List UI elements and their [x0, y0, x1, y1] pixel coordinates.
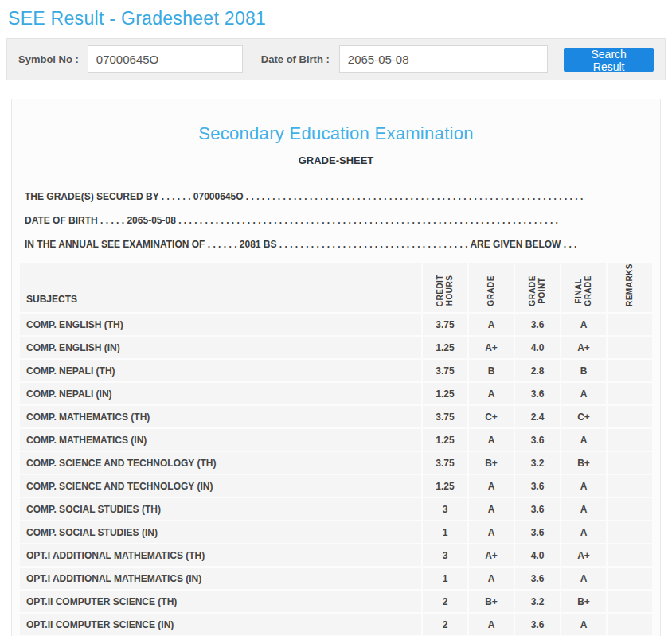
grade-cell: A+ — [469, 337, 514, 358]
grade-cell: A — [469, 383, 514, 404]
remarks-cell — [608, 314, 652, 335]
dob-input[interactable] — [339, 45, 549, 73]
credit-hours-header-label: CREDIT HOURS — [436, 275, 455, 306]
remarks-cell — [608, 544, 652, 566]
table-row: COMP. NEPALI (IN) 1.25 A 3.6 A — [20, 383, 652, 404]
grade-cell: A — [469, 314, 514, 335]
grade-cell: B — [469, 360, 514, 381]
table-row: COMP. MATHEMATICS (IN) 1.25 A 3.6 A — [20, 429, 652, 451]
table-row: OPT.I ADDITIONAL MATHEMATICS (IN) 1 A 3.… — [20, 568, 652, 589]
credit-hours-cell: 1.25 — [423, 383, 467, 404]
final-grade-cell: A — [561, 614, 606, 635]
final-grade-cell: A — [561, 498, 606, 520]
subject-cell: COMP. SCIENCE AND TECHNOLOGY (IN) — [20, 475, 421, 497]
credit-hours-cell: 1 — [423, 568, 467, 589]
remarks-cell — [608, 452, 652, 474]
symbol-no-label: Symbol No : — [18, 53, 79, 65]
remarks-cell — [608, 337, 652, 358]
grade-point-cell: 3.6 — [515, 498, 560, 520]
subject-cell: COMP. MATHEMATICS (TH) — [20, 406, 421, 427]
subject-cell: COMP. ENGLISH (IN) — [20, 337, 421, 358]
search-result-button[interactable]: Search Result — [564, 48, 654, 72]
table-row: OPT.II COMPUTER SCIENCE (TH) 2 B+ 3.2 B+ — [20, 591, 652, 612]
table-row: COMP. SCIENCE AND TECHNOLOGY (IN) 1.25 A… — [20, 475, 652, 497]
grade-point-cell: 2.8 — [515, 360, 560, 381]
credit-hours-cell: 1.25 — [423, 475, 467, 497]
grade-header-label: GRADE — [486, 275, 496, 306]
final-grade-cell: A — [561, 475, 606, 497]
table-header-row: SUBJECTS CREDIT HOURS GRADE GRADE POINT … — [20, 263, 652, 312]
table-row: COMP. SOCIAL STUDIES (TH) 3 A 3.6 A — [20, 498, 652, 520]
grade-cell: A — [469, 521, 514, 543]
subject-cell: COMP. SOCIAL STUDIES (TH) — [20, 498, 421, 520]
final-grade-header-label: FINAL GRADE — [574, 275, 593, 306]
subject-cell: COMP. NEPALI (TH) — [20, 360, 421, 381]
final-grade-cell: A — [561, 314, 606, 335]
exam-year-line: IN THE ANNUAL SEE EXAMINATION OF . . . .… — [25, 232, 610, 256]
grade-cell: A — [469, 429, 514, 451]
search-bar: Symbol No : Date of Birth : Search Resul… — [6, 38, 666, 80]
grade-cell: C+ — [469, 406, 514, 427]
subjects-column-header: SUBJECTS — [20, 263, 421, 312]
remarks-cell — [608, 383, 652, 404]
remarks-cell — [608, 498, 652, 520]
remarks-cell — [608, 475, 652, 497]
final-grade-column-header: FINAL GRADE — [561, 263, 606, 312]
subject-cell: COMP. SOCIAL STUDIES (IN) — [20, 521, 421, 543]
credit-hours-cell: 3 — [423, 544, 467, 566]
grade-column-header: GRADE — [469, 263, 514, 312]
info-lines: THE GRADE(S) SECURED BY . . . . . . 0700… — [25, 185, 654, 256]
final-grade-cell: A+ — [561, 337, 606, 358]
grade-point-cell: 3.2 — [515, 591, 560, 612]
credit-hours-cell: 1.25 — [423, 337, 467, 358]
subject-cell: OPT.II COMPUTER SCIENCE (TH) — [20, 591, 421, 612]
secured-by-line: THE GRADE(S) SECURED BY . . . . . . 0700… — [25, 185, 610, 209]
grade-point-cell: 3.6 — [515, 521, 560, 543]
subject-cell: OPT.II COMPUTER SCIENCE (IN) — [20, 614, 421, 635]
table-row: OPT.I ADDITIONAL MATHEMATICS (TH) 3 A+ 4… — [20, 544, 652, 566]
grade-point-cell: 3.6 — [515, 383, 560, 404]
grades-tbody: COMP. ENGLISH (TH) 3.75 A 3.6 A COMP. EN… — [20, 314, 652, 635]
final-grade-cell: A — [561, 429, 606, 451]
grade-point-cell: 4.0 — [515, 337, 560, 358]
table-row: COMP. SCIENCE AND TECHNOLOGY (TH) 3.75 B… — [20, 452, 652, 474]
credit-hours-cell: 3.75 — [423, 406, 467, 427]
table-row: COMP. MATHEMATICS (TH) 3.75 C+ 2.4 C+ — [20, 406, 652, 427]
remarks-column-header: REMARKS — [608, 263, 652, 312]
table-row: COMP. NEPALI (TH) 3.75 B 2.8 B — [20, 360, 652, 381]
remarks-cell — [608, 614, 652, 635]
page-title: SEE Result - Gradesheet 2081 — [8, 8, 672, 29]
subject-cell: COMP. MATHEMATICS (IN) — [20, 429, 421, 451]
final-grade-cell: C+ — [561, 406, 606, 427]
grade-point-cell: 3.6 — [515, 314, 560, 335]
symbol-no-input[interactable] — [88, 45, 243, 73]
subject-cell: OPT.I ADDITIONAL MATHEMATICS (TH) — [20, 544, 421, 566]
final-grade-cell: A — [561, 521, 606, 543]
subject-cell: COMP. NEPALI (IN) — [20, 383, 421, 404]
credit-hours-cell: 3 — [423, 498, 467, 520]
credit-hours-cell: 3.75 — [423, 452, 467, 474]
grade-point-cell: 4.0 — [515, 544, 560, 566]
credit-hours-cell: 3.75 — [423, 360, 467, 381]
final-grade-cell: A — [561, 568, 606, 589]
final-grade-cell: A+ — [561, 544, 606, 566]
table-row: COMP. ENGLISH (TH) 3.75 A 3.6 A — [20, 314, 652, 335]
grade-cell: A — [469, 475, 514, 497]
table-row: COMP. SOCIAL STUDIES (IN) 1 A 3.6 A — [20, 521, 652, 543]
final-grade-cell: A — [561, 383, 606, 404]
remarks-cell — [608, 568, 652, 589]
remarks-cell — [608, 360, 652, 381]
grade-cell: B+ — [469, 591, 514, 612]
table-row: OPT.II COMPUTER SCIENCE (IN) 2 A 3.6 A — [20, 614, 652, 635]
grade-point-cell: 3.6 — [515, 614, 560, 635]
grade-point-cell: 3.6 — [515, 568, 560, 589]
final-grade-cell: B+ — [561, 452, 606, 474]
date-of-birth-line: DATE OF BIRTH . . . . . 2065-05-08 . . .… — [25, 209, 610, 232]
remarks-cell — [608, 521, 652, 543]
grade-cell: B+ — [469, 452, 514, 474]
grade-point-cell: 3.2 — [515, 452, 560, 474]
remarks-cell — [608, 406, 652, 427]
gradesheet-subheading: GRADE-SHEET — [18, 154, 654, 166]
credit-hours-cell: 1 — [423, 521, 467, 543]
subject-cell: COMP. ENGLISH (TH) — [20, 314, 421, 335]
